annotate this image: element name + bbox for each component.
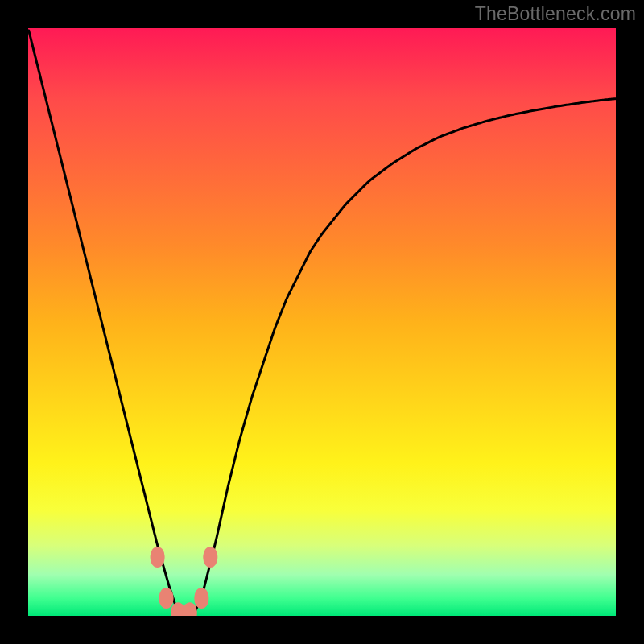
valley-marker (183, 602, 197, 616)
chart-frame: TheBottleneck.com (0, 0, 644, 644)
curve-layer (28, 28, 616, 616)
valley-marker (151, 547, 165, 568)
watermark-text: TheBottleneck.com (475, 3, 636, 25)
valley-marker (203, 547, 217, 568)
bottleneck-curve (29, 31, 616, 616)
plot-area (28, 28, 616, 616)
valley-marker (194, 588, 208, 609)
valley-marker (159, 588, 174, 609)
